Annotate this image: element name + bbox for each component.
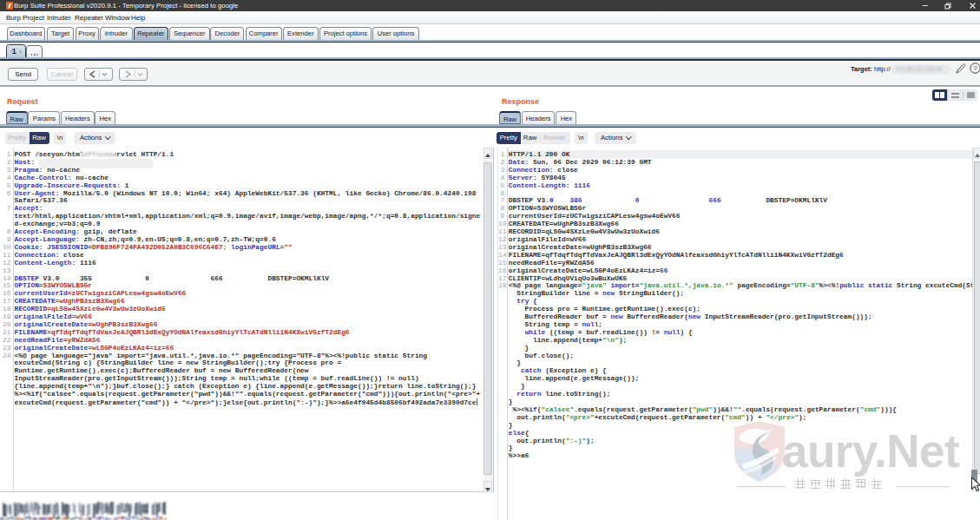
svg-text:?: ? <box>973 64 977 72</box>
